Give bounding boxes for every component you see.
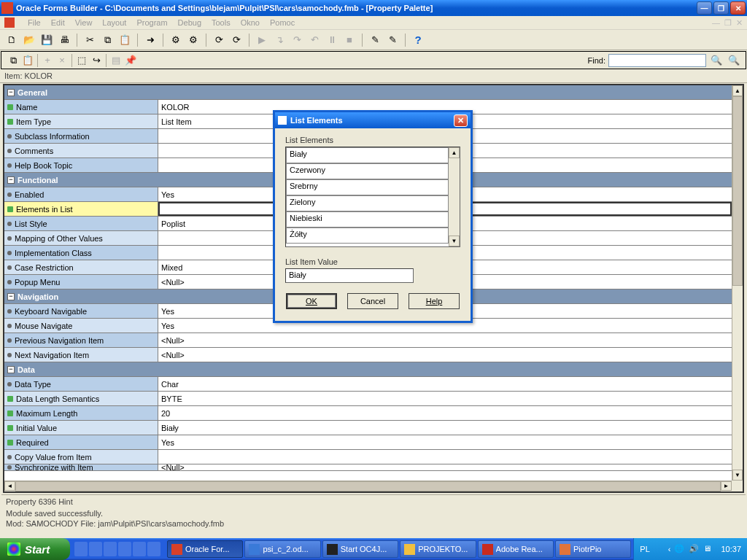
- open-icon[interactable]: 📂: [22, 33, 36, 47]
- mdi-minimize-icon[interactable]: —: [712, 18, 720, 28]
- prop-initval-value[interactable]: Biały: [158, 421, 732, 435]
- mdi-restore-icon[interactable]: ❐: [724, 18, 732, 28]
- prop-datatype-label[interactable]: Data Type: [15, 380, 51, 389]
- scroll-up-icon[interactable]: ▲: [449, 147, 460, 158]
- taskbar-task[interactable]: PROJEKTO...: [400, 540, 476, 558]
- compile-icon[interactable]: ⚙: [169, 33, 183, 47]
- step-over-icon[interactable]: ↷: [290, 33, 304, 47]
- collapse-icon[interactable]: −: [7, 176, 15, 184]
- prop-prevnav-label[interactable]: Previous Navigation Item: [15, 336, 104, 345]
- list-item[interactable]: Niebieski: [286, 211, 449, 228]
- prop-comments-label[interactable]: Comments: [15, 147, 53, 155]
- tray-icon[interactable]: 🌐: [674, 544, 685, 555]
- cancel-button[interactable]: Cancel: [347, 293, 398, 309]
- section-data[interactable]: Data: [18, 365, 35, 374]
- list-item[interactable]: Zielony: [286, 195, 449, 211]
- prop-mousenav-label[interactable]: Mouse Navigate: [15, 322, 73, 330]
- help-button[interactable]: Help: [409, 293, 460, 309]
- quick-launch-icon[interactable]: [89, 542, 102, 556]
- prop-datatype-value[interactable]: Char: [158, 377, 732, 391]
- prop-case-label[interactable]: Case Restriction: [15, 263, 74, 272]
- step-out-icon[interactable]: ↶: [307, 33, 322, 47]
- prop-copyval-label[interactable]: Copy Value from Item: [15, 453, 92, 462]
- menu-edit[interactable]: Edit: [51, 18, 65, 27]
- scroll-down-icon[interactable]: ▼: [732, 470, 743, 481]
- cut-icon[interactable]: ✂: [82, 33, 97, 47]
- collapse-icon[interactable]: −: [7, 293, 15, 300]
- scroll-right-icon[interactable]: ►: [721, 481, 732, 491]
- run-form-icon[interactable]: ⟳: [229, 33, 244, 47]
- find-prev-icon[interactable]: 🔍: [727, 53, 741, 68]
- taskbar-task[interactable]: Start OC4J...: [322, 540, 398, 558]
- step-into-icon[interactable]: ↴: [272, 33, 287, 47]
- pin-icon[interactable]: 📌: [123, 53, 138, 68]
- prop-mapping-label[interactable]: Mapping of Other Values: [15, 234, 103, 243]
- prop-liststyle-label[interactable]: List Style: [15, 219, 47, 228]
- quick-launch-icon[interactable]: [118, 542, 131, 556]
- prop-nextnav-value[interactable]: <Null>: [158, 348, 732, 362]
- language-indicator[interactable]: PL: [640, 545, 649, 553]
- horizontal-scrollbar[interactable]: ◄ ►: [4, 481, 732, 491]
- list-item[interactable]: Srebrny: [286, 179, 449, 195]
- dialog-close-button[interactable]: ✕: [454, 114, 468, 127]
- paste-icon[interactable]: 📋: [117, 33, 132, 47]
- run-icon[interactable]: ⟳: [212, 33, 226, 47]
- taskbar-task[interactable]: Adobe Rea...: [478, 540, 554, 558]
- remove-icon[interactable]: ×: [55, 53, 69, 68]
- prop-sync-label[interactable]: Synchronize with Item: [15, 464, 93, 471]
- compile-all-icon[interactable]: ⚙: [186, 33, 201, 47]
- prop-subclass-label[interactable]: Subclass Information: [15, 132, 90, 141]
- class-icon[interactable]: ▤: [109, 53, 123, 68]
- menu-okno[interactable]: Okno: [241, 18, 260, 27]
- connect-icon[interactable]: ➜: [143, 33, 158, 47]
- taskbar-clock[interactable]: 10:37: [721, 545, 741, 553]
- prop-enabled-label[interactable]: Enabled: [15, 190, 44, 199]
- scroll-up-icon[interactable]: ▲: [732, 85, 743, 96]
- menu-file[interactable]: File: [28, 18, 41, 27]
- tray-icon[interactable]: [654, 544, 665, 555]
- hscroll-thumb[interactable]: [15, 481, 721, 491]
- listbox-scrollbar[interactable]: ▲ ▼: [449, 147, 460, 246]
- scroll-down-icon[interactable]: ▼: [449, 236, 460, 246]
- menu-pomoc[interactable]: Pomoc: [270, 18, 295, 27]
- prop-popup-label[interactable]: Popup Menu: [15, 278, 60, 287]
- quick-launch-icon[interactable]: [104, 542, 117, 556]
- find-next-icon[interactable]: 🔍: [709, 53, 724, 68]
- add-icon[interactable]: +: [40, 53, 55, 68]
- tray-icon[interactable]: 🖥: [703, 544, 714, 555]
- section-navigation[interactable]: Navigation: [18, 292, 58, 301]
- taskbar-task[interactable]: Oracle For...: [167, 540, 243, 558]
- prop-datalen-value[interactable]: BYTE: [158, 392, 732, 405]
- scroll-thumb[interactable]: [732, 96, 743, 286]
- find-input[interactable]: [608, 54, 706, 67]
- tray-icon[interactable]: 🔊: [689, 544, 700, 555]
- collapse-icon[interactable]: −: [7, 366, 15, 373]
- prop-helpbook-label[interactable]: Help Book Topic: [15, 161, 72, 170]
- wizard-icon[interactable]: ✎: [385, 33, 400, 47]
- list-item-value-input[interactable]: Biały: [285, 268, 414, 283]
- dialog-titlebar[interactable]: List Elements ✕: [275, 112, 471, 128]
- prop-maxlen-value[interactable]: 20: [158, 406, 732, 420]
- menu-layout[interactable]: Layout: [102, 18, 126, 27]
- inherit-icon[interactable]: ↪: [89, 53, 104, 68]
- section-functional[interactable]: Functional: [18, 176, 58, 184]
- prop-initval-label[interactable]: Initial Value: [16, 424, 57, 432]
- list-elements-listbox[interactable]: Biały Czerwony Srebrny Zielony Niebieski…: [285, 147, 460, 247]
- start-button[interactable]: Start: [0, 538, 70, 560]
- list-item[interactable]: Biały: [286, 147, 449, 163]
- prop-itemtype-label[interactable]: Item Type: [16, 117, 51, 126]
- menu-debug[interactable]: Debug: [178, 18, 201, 27]
- vertical-scrollbar[interactable]: ▲ ▼: [732, 85, 743, 481]
- prop-elements-label[interactable]: Elements in List: [16, 205, 73, 214]
- quick-launch-icon[interactable]: [133, 542, 146, 556]
- pause-icon[interactable]: ⏸: [325, 33, 339, 47]
- prop-name-label[interactable]: Name: [16, 103, 37, 112]
- section-general[interactable]: General: [18, 88, 47, 97]
- prop-maxlen-label[interactable]: Maximum Length: [16, 409, 77, 418]
- prop-nextnav-label[interactable]: Next Navigation Item: [15, 351, 89, 359]
- prop-datalen-label[interactable]: Data Length Semantics: [16, 394, 99, 403]
- prop-kbdnav-label[interactable]: Keyboard Navigable: [15, 307, 87, 316]
- menu-view[interactable]: View: [75, 18, 93, 27]
- taskbar-task[interactable]: PiotrPio: [555, 540, 631, 558]
- print-icon[interactable]: 🖶: [57, 33, 71, 47]
